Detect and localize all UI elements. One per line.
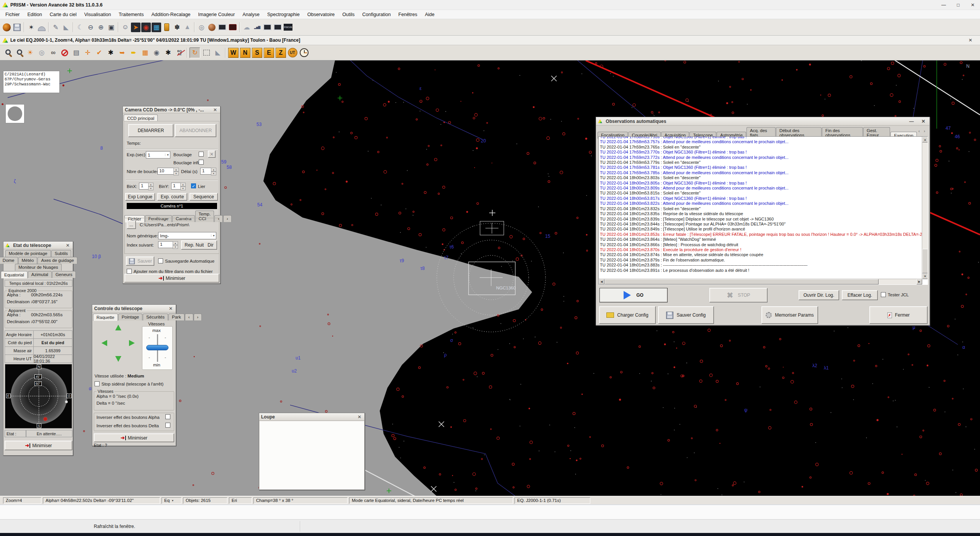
close-icon[interactable]: ✕ — [965, 0, 980, 10]
observer-icon[interactable]: ☺ — [121, 23, 130, 32]
spinner-arrows-icon[interactable]: ▲▼ — [173, 241, 178, 248]
tab-m-t-o[interactable]: Météo — [18, 257, 38, 264]
rocket-icon[interactable]: ▲ — [183, 23, 192, 32]
zoom-out-doc-icon[interactable]: ⊖ — [86, 23, 95, 32]
planet-icon[interactable] — [2, 23, 11, 32]
drag-chart-icon[interactable]: ➥ — [117, 47, 127, 58]
rep-nuit-dir-button[interactable]: Rep. Nuit Dir — [181, 240, 217, 250]
copper-globe-icon[interactable] — [207, 23, 217, 32]
histogram-icon[interactable]: ▂▅▇ — [252, 23, 262, 32]
zoom-in-icon[interactable] — [2, 47, 13, 58]
scroll-right-icon[interactable]: ▶ — [916, 279, 922, 284]
tabs-scroll-right-icon[interactable]: › — [924, 129, 925, 133]
slew-east-button[interactable] — [101, 340, 107, 346]
ut-icon[interactable]: UT — [287, 47, 298, 58]
photo-icon[interactable] — [217, 23, 227, 32]
image-thumb2-icon[interactable] — [273, 23, 283, 32]
menu-aide[interactable]: Aide — [421, 11, 438, 18]
lier-checkbox[interactable] — [191, 183, 196, 188]
tab-moniteur-de-nuages[interactable]: Moniteur de Nuages — [15, 264, 62, 271]
goto-object-icon[interactable]: ➨ — [128, 47, 139, 58]
moon-search-icon[interactable]: ☾ — [75, 23, 85, 32]
loupe-close-icon[interactable]: ✕ — [356, 414, 363, 420]
status-segment-2[interactable]: Eq▾ — [162, 497, 181, 504]
spinner-arrows-icon[interactable]: ▲▼ — [180, 183, 186, 190]
stop-button[interactable]: ✖ STOP — [709, 288, 768, 302]
zoom-out-icon[interactable] — [13, 47, 24, 58]
menu-imagerie-couleur[interactable]: Imagerie Couleur — [194, 11, 239, 18]
obs-title-bar[interactable]: Observations automatiques — ✕ — [596, 117, 929, 126]
inv-delta-checkbox[interactable] — [165, 423, 170, 428]
go-button[interactable]: GO — [599, 288, 668, 302]
effacer-log-button[interactable]: Effacer Log. — [842, 290, 878, 300]
tab-mod-le-de-pointage[interactable]: Modèle de pointage — [5, 250, 51, 257]
etat-minimiser-button[interactable]: ➜ Minimiser — [5, 441, 72, 450]
abandonner-button[interactable]: ABANDONNER — [175, 124, 216, 137]
tester-jcl-checkbox[interactable] — [881, 292, 886, 297]
filter-wheel-icon[interactable]: ✽ — [172, 23, 182, 32]
slew-north-button[interactable] — [115, 325, 121, 330]
exp-courte-button[interactable]: Exp. courte — [157, 193, 187, 201]
etat-close-icon[interactable]: ✕ — [65, 243, 71, 248]
sky-chart-close-icon[interactable]: ✕ — [969, 38, 978, 43]
scroll-down-icon[interactable]: ▼ — [922, 273, 928, 279]
sky-chart-title-bar[interactable]: Le ciel EQ.2000-1-1, Zoom=4, Alpha= 03h3… — [0, 36, 980, 45]
slew-west-button[interactable] — [129, 340, 135, 346]
print-icon[interactable]: ▤ — [71, 47, 82, 58]
controle-title-bar[interactable]: Controle du télescope ✕ — [92, 305, 176, 312]
controle-minimiser-button[interactable]: ➜ Minimiser — [94, 433, 174, 442]
no-realtime-icon[interactable] — [59, 47, 70, 58]
spinner-arrows-icon[interactable]: ▲▼ — [148, 183, 154, 190]
charger-config-button[interactable]: Charger Config — [599, 306, 656, 324]
memoriser-params-button[interactable]: Memoriser Params — [761, 306, 818, 324]
obs-close-icon[interactable]: ✕ — [919, 119, 928, 124]
tab-azimutal[interactable]: Azimutal — [28, 271, 52, 278]
v-scrollbar[interactable]: ▲ ▼ — [922, 137, 928, 279]
select-region-icon[interactable] — [201, 47, 212, 58]
scroll-left-icon[interactable]: ◀ — [599, 279, 604, 284]
tab-equatorial[interactable]: Equatorial — [1, 271, 28, 278]
inv-alpha-checkbox[interactable] — [165, 414, 170, 419]
camera-minimiser-button[interactable]: ➜ Minimiser — [124, 274, 219, 283]
compass-tool-icon[interactable]: ✎ — [51, 23, 60, 32]
pan-arrows-icon[interactable]: ✛ — [82, 47, 93, 58]
screen-capture-icon[interactable]: ▣ — [106, 23, 116, 32]
camera-close-icon[interactable]: ✕ — [212, 107, 218, 113]
slider-handle[interactable] — [146, 345, 168, 350]
exp-x-button[interactable]: ✕ — [208, 150, 216, 158]
protractor-icon[interactable]: ◣ — [212, 47, 223, 58]
scroll-up-icon[interactable]: ▲ — [922, 137, 928, 142]
goto-scope-icon[interactable]: ➤ — [131, 23, 140, 32]
menu-outils[interactable]: Outils — [338, 11, 358, 18]
h-scrollbar[interactable]: ◀ ▶ — [599, 279, 922, 284]
observation-log[interactable]: TU 2022-01-04 17h58m53.753s : Objet NGC1… — [598, 136, 928, 285]
ccd-camera-icon[interactable]: ▦ — [152, 23, 161, 32]
menu-fichier[interactable]: Fichier — [2, 11, 24, 18]
tab-park[interactable]: Park — [168, 314, 185, 320]
menu-addition-recalage[interactable]: Addition-Recalage — [147, 11, 194, 18]
controle-close-icon[interactable]: ✕ — [168, 306, 174, 311]
bouclage-checkbox[interactable] — [199, 152, 204, 157]
tab-dome[interactable]: Dome — [0, 257, 18, 264]
slew-south-button[interactable] — [115, 356, 121, 362]
center-object-icon[interactable]: ✱ — [163, 47, 173, 58]
tab-subtils[interactable]: Subtils — [51, 250, 72, 257]
menu-edition[interactable]: Edition — [24, 11, 46, 18]
tabs-scroll-right-icon[interactable]: › — [223, 215, 232, 222]
nbre-boucles-spinner[interactable]: 10 ▲▼ — [157, 168, 179, 175]
planet-eye-icon[interactable]: ◉ — [141, 23, 151, 32]
image-thumb-icon[interactable] — [263, 23, 272, 32]
clock-icon[interactable] — [299, 47, 309, 58]
zoom-in-doc-icon[interactable]: ⊕ — [96, 23, 106, 32]
save-icon[interactable] — [12, 23, 22, 32]
center-field-icon[interactable]: ✱ — [105, 47, 116, 58]
tab-axes-de-guidage[interactable]: Axes de guidage — [38, 257, 77, 264]
sauver-button[interactable]: Sauver — [126, 257, 154, 266]
celestial-sphere-icon[interactable]: ◎ — [36, 47, 47, 58]
menu-traitements[interactable]: Traitements — [115, 11, 148, 18]
sauver-config-button[interactable]: Sauver Config — [658, 306, 714, 324]
rotate-field-icon[interactable]: ↻ — [189, 47, 200, 58]
index-spinner[interactable]: 1 ▲▼ — [158, 241, 178, 248]
demarrer-button[interactable]: DEMARRER — [128, 124, 173, 137]
ephemeris-icon[interactable]: ▦ — [140, 47, 150, 58]
